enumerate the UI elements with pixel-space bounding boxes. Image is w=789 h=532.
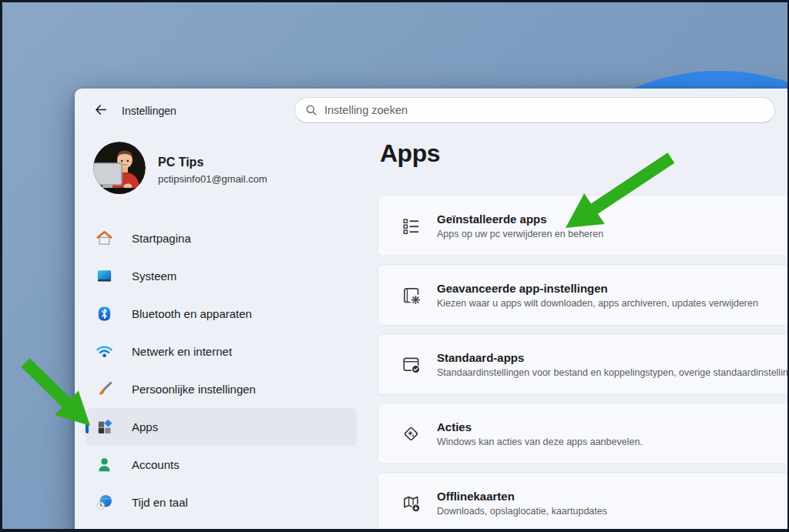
- card-title: Acties: [437, 420, 643, 433]
- profile-name: PC Tips: [158, 156, 203, 169]
- sidebar-item-system[interactable]: Systeem: [86, 257, 357, 295]
- sidebar-item-label: Tijd en taal: [132, 496, 188, 509]
- sidebar-item-label: Systeem: [132, 269, 176, 283]
- advanced-app-settings-icon: [401, 285, 421, 306]
- sidebar-item-label: Persoonlijke instellingen: [132, 383, 256, 396]
- search-icon: [305, 104, 317, 116]
- card-subtitle: Windows kan acties van deze apps aanbeve…: [437, 437, 643, 447]
- system-icon: [96, 267, 113, 285]
- card-subtitle: Kiezen waar u apps wilt downloaden, apps…: [437, 298, 758, 309]
- home-icon: [96, 229, 113, 247]
- card-actions[interactable]: Acties Windows kan acties van deze apps …: [378, 403, 789, 464]
- sidebar-item-apps[interactable]: Apps: [86, 408, 357, 446]
- time-language-icon: [96, 494, 113, 511]
- page-title: Apps: [380, 139, 440, 168]
- actions-icon: [401, 423, 421, 444]
- card-subtitle: Apps op uw pc verwijderen en beheren: [437, 229, 603, 239]
- card-title: Offlinekaarten: [437, 490, 607, 503]
- bluetooth-icon: [96, 305, 113, 323]
- sidebar-item-home[interactable]: Startpagina: [86, 219, 357, 257]
- offline-maps-icon: [401, 493, 421, 514]
- desktop: Instellingen: [0, 0, 789, 532]
- sidebar-item-label: Netwerk en internet: [132, 345, 232, 358]
- sidebar-item-bluetooth[interactable]: Bluetooth en apparaten: [86, 295, 357, 333]
- personalization-icon: [96, 380, 113, 398]
- card-advanced-app-settings[interactable]: Geavanceerde app-instellingen Kiezen waa…: [378, 264, 789, 326]
- card-default-apps[interactable]: Standaard-apps Standaardinstellingen voo…: [378, 333, 789, 395]
- card-title: Geïnstalleerde apps: [437, 212, 603, 226]
- card-installed-apps[interactable]: Geïnstalleerde apps Apps op uw pc verwij…: [378, 195, 789, 256]
- window-title: Instellingen: [122, 105, 176, 117]
- search-bar[interactable]: [294, 97, 775, 123]
- installed-apps-icon: [401, 216, 421, 236]
- settings-card-list: Geïnstalleerde apps Apps op uw pc verwij…: [378, 195, 789, 532]
- search-input[interactable]: [324, 104, 764, 116]
- card-offline-maps[interactable]: Offlinekaarten Downloads, opslaglocatie,…: [378, 472, 789, 532]
- card-title: Geavanceerde app-instellingen: [437, 282, 758, 295]
- sidebar: Startpagina Systeem: [86, 219, 357, 521]
- sidebar-item-personalization[interactable]: Persoonlijke instellingen: [86, 370, 357, 408]
- back-arrow-icon: [93, 102, 108, 117]
- sidebar-item-label: Accounts: [132, 458, 180, 471]
- settings-window: Instellingen: [75, 89, 789, 532]
- card-title: Standaard-apps: [437, 351, 789, 364]
- card-subtitle: Downloads, opslaglocatie, kaartupdates: [437, 506, 607, 517]
- sidebar-item-time-language[interactable]: Tijd en taal: [86, 483, 357, 521]
- profile-email: pctipsinfo01@gmail.com: [158, 173, 267, 185]
- back-button[interactable]: [91, 101, 109, 118]
- sidebar-item-label: Startpagina: [132, 232, 191, 245]
- default-apps-icon: [401, 354, 421, 375]
- avatar[interactable]: [93, 142, 146, 194]
- sidebar-item-network[interactable]: Netwerk en internet: [86, 333, 357, 370]
- sidebar-item-accounts[interactable]: Accounts: [86, 446, 357, 483]
- sidebar-item-label: Apps: [132, 420, 158, 433]
- accounts-icon: [96, 456, 113, 473]
- apps-icon: [96, 418, 113, 436]
- card-subtitle: Standaardinstellingen voor bestand en ko…: [437, 367, 789, 378]
- network-icon: [96, 343, 113, 360]
- selected-indicator-pill: [86, 420, 89, 433]
- sidebar-item-label: Bluetooth en apparaten: [132, 307, 252, 320]
